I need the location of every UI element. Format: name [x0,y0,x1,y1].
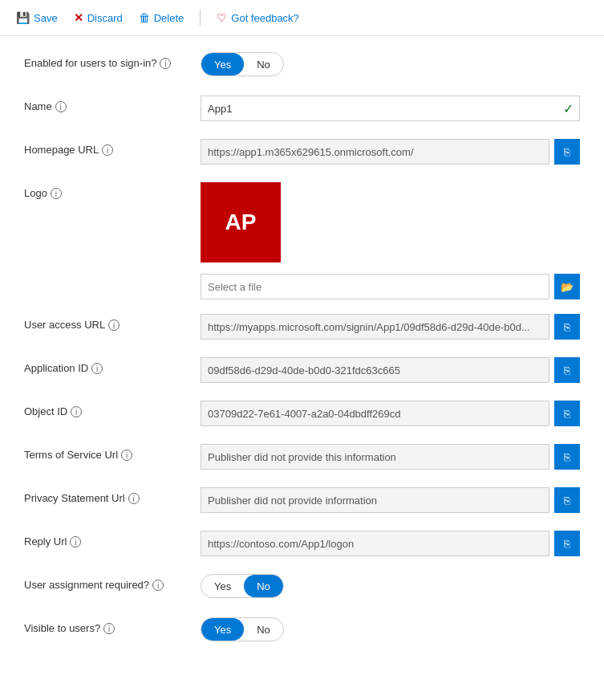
reply-url-info-icon[interactable]: i [70,536,81,547]
name-input[interactable] [201,96,580,121]
copy-icon: ⎘ [564,364,570,376]
toolbar-divider [200,10,201,26]
application-id-label: Application ID i [24,357,201,374]
copy-icon: ⎘ [564,146,570,158]
homepage-url-info-icon[interactable]: i [102,144,113,156]
user-assignment-required-yes-button[interactable]: Yes [201,575,244,597]
user-assignment-required-no-button[interactable]: No [244,575,283,597]
visible-to-users-control: Yes No [201,617,580,641]
terms-of-service-url-copy-button[interactable]: ⎘ [554,444,580,470]
form-container: Enabled for users to sign-in? i Yes No N… [0,36,604,677]
application-id-control: ⎘ [201,357,580,383]
terms-of-service-url-row: Terms of Service Url i ⎘ [24,444,580,473]
name-row: Name i ✓ [24,96,580,124]
privacy-statement-url-info-icon[interactable]: i [128,493,140,504]
folder-icon: 📂 [561,281,574,293]
copy-icon: ⎘ [564,408,570,420]
logo-preview: AP [201,182,281,262]
reply-url-label: Reply Url i [24,531,201,547]
reply-url-input[interactable] [201,531,549,556]
homepage-url-input[interactable] [201,139,549,165]
user-access-url-label: User access URL i [24,314,201,331]
object-id-label: Object ID i [24,401,201,417]
user-assignment-required-toggle: Yes No [201,574,284,598]
terms-of-service-url-control: ⎘ [201,444,580,470]
user-assignment-required-control: Yes No [201,574,580,598]
enabled-for-signin-control: Yes No [201,52,580,76]
logo-file-browse-button[interactable]: 📂 [554,274,580,299]
homepage-url-row: Homepage URL i ⎘ [24,139,580,168]
enabled-for-signin-no-button[interactable]: No [244,53,283,75]
copy-icon: ⎘ [564,321,570,333]
application-id-input[interactable] [201,357,549,383]
visible-to-users-row: Visible to users? i Yes No [24,617,580,646]
toolbar: 💾 Save ✕ Discard 🗑 Delete ♡ Got feedback… [0,0,604,36]
discard-icon: ✕ [74,11,83,24]
privacy-statement-url-control: ⎘ [201,487,580,513]
privacy-statement-url-label: Privacy Statement Url i [24,487,201,504]
object-id-input[interactable] [201,401,549,426]
privacy-statement-url-row: Privacy Statement Url i ⎘ [24,487,580,516]
reply-url-row: Reply Url i ⎘ [24,531,580,560]
delete-button[interactable]: 🗑 Delete [139,11,184,24]
visible-to-users-yes-button[interactable]: Yes [201,618,244,641]
logo-row: Logo i AP 📂 [24,182,580,299]
user-assignment-required-label: User assignment required? i [24,574,201,591]
discard-label: Discard [87,12,123,24]
terms-of-service-url-input[interactable] [201,444,549,470]
delete-icon: 🗑 [139,11,150,24]
user-access-url-input[interactable] [201,314,549,340]
name-input-wrapper: ✓ [201,96,580,121]
name-info-icon[interactable]: i [55,101,67,112]
enabled-for-signin-label: Enabled for users to sign-in? i [24,52,201,69]
visible-to-users-label: Visible to users? i [24,617,201,634]
application-id-info-icon[interactable]: i [91,363,103,374]
visible-to-users-toggle: Yes No [201,617,284,641]
user-access-url-info-icon[interactable]: i [108,319,120,331]
terms-of-service-url-info-icon[interactable]: i [121,450,132,461]
object-id-row: Object ID i ⎘ [24,401,580,429]
application-id-copy-button[interactable]: ⎘ [554,357,580,383]
privacy-statement-url-input[interactable] [201,487,549,513]
object-id-info-icon[interactable]: i [71,406,82,417]
logo-info-icon[interactable]: i [51,188,62,199]
delete-label: Delete [154,12,184,24]
name-label: Name i [24,96,201,112]
copy-icon: ⎘ [564,451,570,463]
reply-url-control: ⎘ [201,531,580,556]
save-icon: 💾 [16,11,30,24]
homepage-url-label: Homepage URL i [24,139,201,156]
visible-to-users-info-icon[interactable]: i [103,623,115,634]
enabled-for-signin-info-icon[interactable]: i [160,58,171,69]
save-button[interactable]: 💾 Save [16,11,58,24]
name-check-icon: ✓ [563,101,574,116]
enabled-for-signin-toggle: Yes No [201,52,284,76]
enabled-for-signin-row: Enabled for users to sign-in? i Yes No [24,52,580,81]
name-control: ✓ [201,96,580,121]
logo-label: Logo i [24,182,201,199]
homepage-url-copy-button[interactable]: ⎘ [554,139,580,165]
homepage-url-control: ⎘ [201,139,580,165]
user-access-url-copy-button[interactable]: ⎘ [554,314,580,340]
copy-icon: ⎘ [564,494,570,507]
application-id-row: Application ID i ⎘ [24,357,580,386]
logo-file-row: 📂 [201,274,580,299]
user-access-url-control: ⎘ [201,314,580,340]
feedback-icon: ♡ [217,11,227,24]
save-label: Save [34,12,58,24]
terms-of-service-url-label: Terms of Service Url i [24,444,201,461]
logo-file-input[interactable] [201,274,549,299]
enabled-for-signin-yes-button[interactable]: Yes [201,53,244,75]
reply-url-copy-button[interactable]: ⎘ [554,531,580,556]
user-assignment-required-info-icon[interactable]: i [152,580,164,591]
user-access-url-row: User access URL i ⎘ [24,314,580,343]
privacy-statement-url-copy-button[interactable]: ⎘ [554,487,580,513]
logo-control: AP 📂 [201,182,580,299]
copy-icon: ⎘ [564,538,570,550]
visible-to-users-no-button[interactable]: No [244,618,283,641]
object-id-copy-button[interactable]: ⎘ [554,401,580,426]
feedback-button[interactable]: ♡ Got feedback? [217,11,299,24]
discard-button[interactable]: ✕ Discard [74,11,123,24]
feedback-label: Got feedback? [231,12,299,24]
object-id-control: ⎘ [201,401,580,426]
